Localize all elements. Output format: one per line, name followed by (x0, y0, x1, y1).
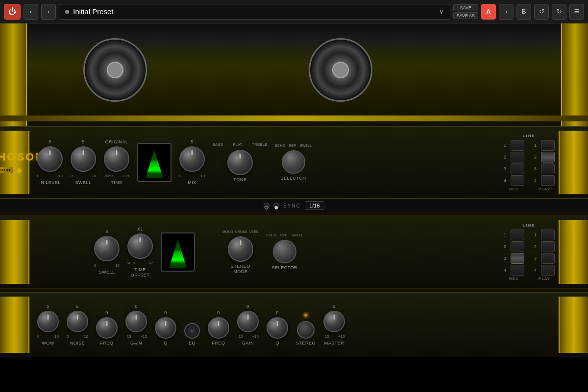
undo-button[interactable]: ↺ (534, 4, 549, 20)
slot-b-button[interactable]: B (516, 4, 531, 20)
time1-label: TIME (111, 180, 122, 185)
gain1-knob[interactable] (125, 311, 147, 332)
panel-divider-1 (0, 212, 588, 216)
play-label-2: PLAY (534, 277, 555, 281)
plugin-body: ECHOSON OVER LOUD ◆ 5 0 10 IN LEVEL (0, 126, 588, 357)
track-btn-4-right[interactable] (541, 175, 555, 186)
preset-name-display[interactable]: Initial Preset ∨ (59, 4, 450, 20)
preset-dropdown-arrow[interactable]: ∨ (439, 8, 444, 15)
track-num-3-r: 3 (534, 166, 539, 171)
top-bar: ⏻ ‹ › Initial Preset ∨ SAVE SAVE AS A › … (0, 0, 588, 23)
gain1-range: -15 +15 (125, 334, 147, 339)
track-btn-1-right[interactable] (541, 140, 555, 151)
swell2-range-high: 10 (115, 263, 120, 268)
menu-button[interactable]: ≡ (569, 4, 584, 20)
power-button[interactable]: ⏻ (4, 4, 21, 20)
stereo-button[interactable] (297, 321, 315, 339)
track-btn-2-right[interactable] (541, 152, 555, 162)
master-knob[interactable] (323, 311, 345, 332)
right-bracket-3 (559, 297, 588, 353)
track-num-2: 2 (504, 155, 509, 160)
in-level-knob[interactable] (37, 146, 63, 172)
selector1-knob[interactable] (282, 150, 305, 174)
t2-btn-4-left[interactable] (511, 265, 524, 276)
track-btn-2-left[interactable] (511, 152, 524, 162)
swell1-range: 0 10 (71, 174, 96, 178)
save-group: SAVE SAVE AS (453, 4, 478, 20)
swell2-range: 0 10 (94, 263, 120, 268)
section3-controls: 5 0 10 WOW 5 0 10 NOISE 0 (29, 300, 559, 350)
freq1-knob[interactable] (96, 317, 118, 339)
mix-range-high: 10 (200, 174, 205, 178)
swell2-label: SWELL (98, 270, 115, 275)
in-level-range-high: 10 (58, 174, 63, 178)
mono-label: MONO (222, 230, 233, 233)
swell2-knob[interactable] (94, 236, 120, 261)
stereo-mode-knob[interactable] (228, 236, 253, 262)
mix-knob[interactable] (179, 146, 205, 172)
noise-knob[interactable] (67, 311, 88, 332)
wow-top-label: 5 (47, 304, 49, 309)
track-row-4-r: 4 (534, 175, 555, 186)
t2-btn-2-left[interactable] (511, 241, 524, 252)
selector2-knob-group: ECHO REP SWELL SELECTOR (267, 233, 303, 271)
t2-num-3-r: 3 (534, 256, 539, 261)
track-btn-3-right[interactable] (541, 163, 555, 174)
time1-knob[interactable] (104, 146, 129, 172)
noise-label: NOISE (70, 341, 85, 346)
track-btn-3-left[interactable] (511, 163, 524, 174)
prev-button[interactable]: ‹ (24, 4, 38, 20)
vu-needle-2 (163, 236, 193, 268)
save-as-button[interactable]: SAVE AS (453, 12, 478, 19)
vu-meter-2 (161, 232, 195, 272)
gain2-knob[interactable] (237, 311, 259, 332)
treble-label: TREBLE (252, 142, 267, 147)
gain1-knob-group: 0 -15 +15 GAIN (125, 304, 147, 346)
verb-label: VERB (249, 230, 259, 233)
master-range: -15 +15 (323, 334, 345, 339)
sync-dot-1[interactable]: ○ (264, 203, 270, 208)
eq-button[interactable]: ○ (184, 323, 200, 339)
section1-controls: 5 0 10 IN LEVEL 5 0 10 SWELL O (29, 135, 500, 190)
selector2-knob[interactable] (273, 240, 296, 263)
swell-label-1: SWELL (300, 144, 312, 147)
t2-btn-4-right[interactable] (541, 265, 555, 276)
compare-forward-button[interactable]: › (499, 4, 514, 20)
sync-label: SYNC (283, 203, 301, 208)
vu-green-display-2 (163, 236, 193, 268)
gain2-range-high: +15 (252, 334, 259, 339)
track-btn-1-left[interactable] (511, 140, 524, 151)
t2-num-3: 3 (504, 256, 509, 261)
track-section-1: LINK 1 2 3 4 (500, 131, 559, 194)
t2-btn-2-right[interactable] (541, 241, 555, 252)
q1-knob[interactable] (155, 317, 176, 339)
stereo-label: STEREO (296, 341, 316, 346)
swell1-label: SWELL (75, 180, 91, 185)
t2-num-4-r: 4 (534, 268, 539, 273)
save-button[interactable]: SAVE (453, 4, 478, 11)
time-offset-knob[interactable] (127, 233, 153, 259)
t2-btn-3-left[interactable] (511, 253, 524, 264)
master-top-label: 0 (333, 304, 336, 309)
track-row-3-r: 3 (534, 163, 555, 174)
tone-knob[interactable] (227, 150, 253, 175)
next-button[interactable]: › (41, 4, 56, 20)
sync-dot-2[interactable]: ● (273, 203, 279, 208)
freq2-knob[interactable] (208, 317, 229, 339)
sync-value[interactable]: 1/16 (305, 201, 324, 210)
slot-a-button[interactable]: A (481, 4, 496, 20)
time-offset-label: TIME OFFSET (131, 267, 150, 278)
t2-btn-1-left[interactable] (511, 230, 524, 240)
swell1-knob[interactable] (71, 146, 96, 172)
wow-knob[interactable] (37, 311, 59, 332)
t2-btn-1-right[interactable] (541, 230, 555, 240)
q2-knob[interactable] (267, 317, 288, 339)
time1-knob-group: ORIGINAL 70ms 1.3s TIME (104, 139, 129, 185)
track-btn-4-left[interactable] (511, 175, 524, 186)
wow-range: 0 10 (37, 334, 59, 339)
t2-btn-3-right[interactable] (541, 253, 555, 264)
noise-top-label: 5 (76, 304, 79, 309)
redo-button[interactable]: ↻ (552, 4, 566, 20)
gain2-range-low: -15 (237, 334, 243, 339)
section2-panel: 5 0 10 SWELL x1 x0.5 x2 TIME OFFSET (0, 216, 588, 288)
